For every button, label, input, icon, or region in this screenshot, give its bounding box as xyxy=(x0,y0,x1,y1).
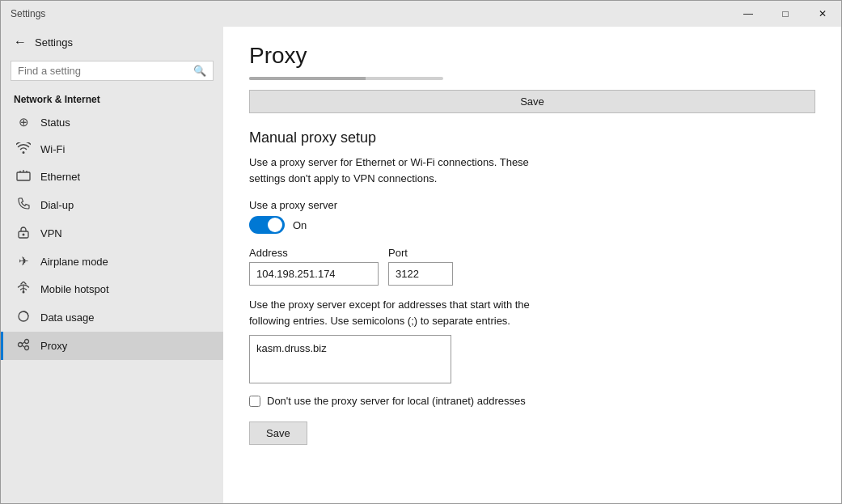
sidebar-item-label: Status xyxy=(40,116,70,129)
port-label: Port xyxy=(388,247,453,259)
back-arrow-icon: ← xyxy=(14,35,27,49)
svg-line-13 xyxy=(23,345,25,347)
sidebar-item-dialup[interactable]: Dial-up xyxy=(1,191,223,219)
svg-point-5 xyxy=(23,234,25,236)
minimize-button[interactable]: — xyxy=(730,1,767,27)
sidebar: ← Settings 🔍 Network & Internet ⊕ Status xyxy=(1,27,223,503)
sidebar-item-label: Data usage xyxy=(40,311,95,324)
progress-bar-fill xyxy=(249,77,366,80)
back-button[interactable]: ← Settings xyxy=(1,27,223,57)
window-title: Settings xyxy=(11,8,45,19)
address-label: Address xyxy=(249,247,379,259)
search-icon[interactable]: 🔍 xyxy=(193,65,206,77)
manual-proxy-title: Manual proxy setup xyxy=(249,129,815,146)
progress-bar-container xyxy=(249,77,443,80)
sidebar-item-hotspot[interactable]: Mobile hotspot xyxy=(1,275,223,303)
exceptions-input[interactable]: kasm.druss.biz xyxy=(249,335,451,383)
sidebar-item-airplane[interactable]: ✈ Airplane mode xyxy=(1,248,223,275)
dialup-icon xyxy=(16,197,31,213)
wifi-icon xyxy=(16,142,31,156)
sidebar-item-label: Airplane mode xyxy=(40,256,108,268)
svg-line-12 xyxy=(23,342,25,344)
sidebar-item-status[interactable]: ⊕ Status xyxy=(1,108,223,136)
toggle-container: On xyxy=(249,216,815,234)
sidebar-item-label: Wi-Fi xyxy=(40,143,65,155)
window-body: ← Settings 🔍 Network & Internet ⊕ Status xyxy=(1,27,841,503)
port-input[interactable] xyxy=(388,262,453,286)
search-input[interactable] xyxy=(18,65,193,77)
address-input[interactable] xyxy=(249,262,379,286)
proxy-toggle-label: Use a proxy server xyxy=(249,199,815,211)
sidebar-section-label: Network & Internet xyxy=(1,87,223,108)
svg-point-9 xyxy=(19,343,23,347)
save-top-button[interactable]: Save xyxy=(249,90,815,113)
save-bottom-button[interactable]: Save xyxy=(249,421,307,445)
toggle-knob xyxy=(268,218,282,232)
proxy-description: Use a proxy server for Ethernet or Wi-Fi… xyxy=(249,155,556,186)
vpn-icon xyxy=(16,226,31,241)
address-port-row: Address Port xyxy=(249,247,815,286)
back-label: Settings xyxy=(35,36,73,49)
sidebar-item-wifi[interactable]: Wi-Fi xyxy=(1,136,223,163)
main-content: Proxy Save Manual proxy setup Use a prox… xyxy=(223,27,841,503)
airplane-icon: ✈ xyxy=(16,254,31,269)
sidebar-item-label: VPN xyxy=(40,227,62,239)
local-checkbox[interactable] xyxy=(249,396,260,407)
hotspot-icon xyxy=(16,282,31,297)
sidebar-item-label: Proxy xyxy=(40,340,67,352)
titlebar: Settings — □ ✕ xyxy=(1,1,841,27)
sidebar-item-label: Mobile hotspot xyxy=(40,283,109,295)
maximize-button[interactable]: □ xyxy=(767,1,804,27)
ethernet-icon xyxy=(16,169,31,184)
toggle-state-label: On xyxy=(293,219,307,231)
svg-rect-0 xyxy=(17,172,30,180)
proxy-toggle[interactable] xyxy=(249,216,285,234)
page-title: Proxy xyxy=(249,43,815,69)
datausage-icon xyxy=(16,310,31,325)
sidebar-item-label: Dial-up xyxy=(40,199,74,211)
sidebar-item-vpn[interactable]: VPN xyxy=(1,219,223,248)
svg-point-11 xyxy=(25,346,29,350)
sidebar-item-proxy[interactable]: Proxy xyxy=(1,332,223,360)
address-group: Address xyxy=(249,247,379,286)
window-controls: — □ ✕ xyxy=(730,1,841,27)
sidebar-item-datausage[interactable]: Data usage xyxy=(1,303,223,332)
status-icon: ⊕ xyxy=(16,115,31,129)
sidebar-item-label: Ethernet xyxy=(40,171,80,183)
checkbox-label[interactable]: Don't use the proxy server for local (in… xyxy=(267,395,526,407)
port-group: Port xyxy=(388,247,453,286)
proxy-icon xyxy=(16,338,31,354)
settings-window: Settings — □ ✕ ← Settings 🔍 Network & In… xyxy=(0,0,842,504)
search-box[interactable]: 🔍 xyxy=(11,61,214,81)
sidebar-item-ethernet[interactable]: Ethernet xyxy=(1,163,223,191)
svg-point-10 xyxy=(25,340,29,344)
close-button[interactable]: ✕ xyxy=(804,1,841,27)
checkbox-row: Don't use the proxy server for local (in… xyxy=(249,395,815,407)
exceptions-description: Use the proxy server except for addresse… xyxy=(249,297,573,328)
